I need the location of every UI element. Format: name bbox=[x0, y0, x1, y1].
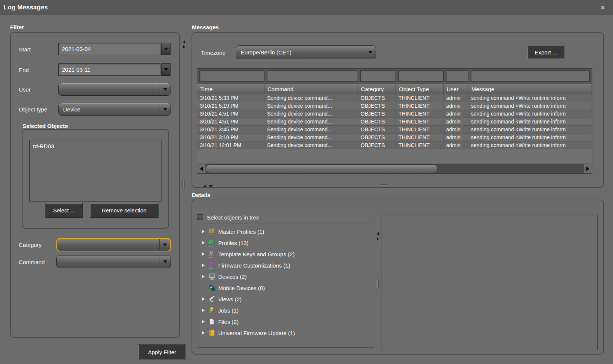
expand-arrow-icon[interactable] bbox=[202, 230, 208, 233]
table-row[interactable]: 3/10/21 3:18 PM Sending device command..… bbox=[197, 134, 592, 141]
messages-table: Time Command Category Object Type User M… bbox=[197, 68, 592, 174]
tree-item-files[interactable]: Files (2) bbox=[198, 316, 374, 327]
table-row[interactable]: 3/10/21 4:51 PM Sending device command..… bbox=[197, 118, 592, 126]
column-header-user[interactable]: User bbox=[444, 84, 468, 94]
arrow-left-icon bbox=[200, 167, 203, 171]
column-header-category[interactable]: Category bbox=[358, 84, 396, 94]
tree-item-universal-firmware-update[interactable]: Universal Firmware Update (1) bbox=[198, 327, 374, 338]
category-combobox[interactable] bbox=[56, 238, 171, 251]
splitter-collapse-left-icon[interactable] bbox=[183, 40, 185, 44]
end-date-dropdown-button[interactable] bbox=[161, 63, 171, 76]
close-icon[interactable]: × bbox=[597, 0, 608, 15]
column-header-message[interactable]: Message bbox=[468, 84, 592, 94]
expand-arrow-icon[interactable] bbox=[202, 320, 208, 323]
cell-user: admin bbox=[444, 94, 468, 102]
splitter-collapse-up-icon[interactable] bbox=[203, 185, 207, 187]
splitter-expand-down-icon[interactable] bbox=[209, 185, 213, 188]
table-row[interactable]: 3/10/21 5:33 PM Sending device command..… bbox=[197, 94, 592, 102]
tree-item-master-profiles[interactable]: Master Profiles (1) bbox=[198, 226, 374, 237]
cell-object-type: THINCLIENT bbox=[396, 102, 444, 110]
tree-item-profiles[interactable]: Profiles (13) bbox=[198, 237, 374, 248]
expand-arrow-icon[interactable] bbox=[202, 275, 208, 278]
user-label: User bbox=[19, 86, 31, 93]
selected-objects-list[interactable]: td-RD03 bbox=[29, 140, 162, 202]
cell-user: admin bbox=[444, 126, 468, 134]
splitter-expand-right-icon[interactable] bbox=[377, 237, 379, 241]
vertical-splitter-handle[interactable] bbox=[182, 179, 185, 189]
tree-item-views[interactable]: Views (2) bbox=[198, 293, 374, 305]
apply-filter-button[interactable]: Apply Filter bbox=[138, 345, 186, 359]
list-item[interactable]: td-RD03 bbox=[30, 140, 161, 152]
timezone-combobox[interactable]: Europe/Berlin (CET) bbox=[236, 45, 376, 59]
expand-arrow-icon[interactable] bbox=[202, 308, 208, 312]
scrollbar-track[interactable] bbox=[438, 164, 584, 173]
cell-object-type: THINCLIENT bbox=[396, 134, 444, 141]
cell-command: Sending device command... bbox=[264, 94, 358, 102]
scroll-right-button[interactable] bbox=[584, 164, 592, 173]
files-icon bbox=[208, 318, 218, 325]
user-filter-input[interactable] bbox=[446, 70, 468, 82]
tree-item-mobile-devices[interactable]: Mobile Devices (0) bbox=[198, 282, 374, 293]
time-filter-input[interactable] bbox=[199, 70, 264, 82]
master-profiles-icon bbox=[208, 228, 218, 235]
horizontal-splitter-handle[interactable] bbox=[379, 184, 388, 187]
cell-time: 3/10/21 4:51 PM bbox=[197, 110, 264, 118]
expand-arrow-icon[interactable] bbox=[202, 331, 208, 335]
select-objects-checkbox[interactable] bbox=[197, 214, 203, 220]
dialog-title: Log Messages bbox=[4, 0, 48, 15]
column-header-command[interactable]: Command bbox=[264, 84, 358, 94]
expand-arrow-icon[interactable] bbox=[202, 241, 208, 245]
table-row[interactable]: 3/10/21 12:01 PM Sending device command.… bbox=[197, 141, 592, 149]
cell-object-type: THINCLIENT bbox=[396, 126, 444, 134]
table-empty-area bbox=[197, 149, 592, 164]
chevron-down-icon bbox=[160, 256, 170, 268]
export-button[interactable]: Export ... bbox=[527, 45, 565, 59]
log-messages-dialog: { "window": { "title": "Log Messages", "… bbox=[0, 0, 613, 364]
cell-message: sending command <Write runtime inform bbox=[468, 134, 592, 141]
expand-arrow-icon[interactable] bbox=[202, 252, 208, 256]
chevron-down-icon bbox=[160, 104, 170, 115]
cell-time: 3/10/21 3:18 PM bbox=[197, 134, 264, 141]
cell-time: 3/10/21 4:51 PM bbox=[197, 118, 264, 126]
object-type-combobox[interactable]: Device bbox=[58, 103, 171, 116]
tree-item-label: Master Profiles (1) bbox=[218, 229, 264, 235]
title-bar[interactable]: Log Messages × bbox=[0, 0, 613, 15]
scrollbar-thumb[interactable] bbox=[205, 164, 438, 173]
messages-group-label: Messages bbox=[192, 24, 219, 30]
vertical-splitter-handle[interactable] bbox=[376, 278, 379, 289]
table-row[interactable]: 3/10/21 3:45 PM Sending device command..… bbox=[197, 126, 592, 134]
column-header-object-type[interactable]: Object Type bbox=[396, 84, 444, 94]
command-filter-input[interactable] bbox=[267, 70, 358, 82]
expand-arrow-icon[interactable] bbox=[202, 263, 208, 267]
chevron-down-icon bbox=[164, 48, 168, 50]
cell-object-type: THINCLIENT bbox=[396, 110, 444, 118]
end-date-field[interactable]: 2021-03-11 bbox=[58, 63, 160, 76]
tree-item-jobs[interactable]: Jobs (1) bbox=[198, 305, 374, 316]
column-header-time[interactable]: Time bbox=[197, 84, 264, 94]
table-row[interactable]: 3/10/21 5:19 PM Sending device command..… bbox=[197, 102, 592, 110]
tree-item-devices[interactable]: Devices (2) bbox=[198, 271, 374, 282]
command-combobox[interactable] bbox=[56, 255, 171, 268]
horizontal-scrollbar[interactable] bbox=[197, 164, 592, 173]
tree-item-firmware-customizations[interactable]: Firmware Customizations (1) bbox=[198, 260, 374, 271]
start-date-field[interactable]: 2021-03-04 bbox=[58, 43, 160, 55]
object-tree[interactable]: Master Profiles (1) Profiles (13) Templa… bbox=[198, 224, 374, 348]
start-date-dropdown-button[interactable] bbox=[161, 43, 171, 55]
table-row[interactable]: 3/10/21 4:51 PM Sending device command..… bbox=[197, 110, 592, 118]
expand-arrow-icon[interactable] bbox=[202, 297, 208, 301]
tree-item-template-keys[interactable]: Template Keys and Groups (2) bbox=[198, 248, 374, 260]
user-combobox[interactable] bbox=[58, 83, 171, 96]
category-filter-input[interactable] bbox=[360, 70, 396, 82]
object-type-filter-input[interactable] bbox=[398, 70, 444, 82]
remove-selection-button[interactable]: Remove selection bbox=[90, 203, 158, 217]
select-button[interactable]: Select ... bbox=[46, 203, 82, 217]
message-filter-input[interactable] bbox=[471, 70, 590, 82]
scroll-left-button[interactable] bbox=[197, 164, 205, 173]
splitter-expand-right-icon[interactable] bbox=[183, 45, 185, 49]
cell-category: OBJECTS bbox=[358, 141, 396, 149]
tree-item-label: Universal Firmware Update (1) bbox=[218, 330, 295, 336]
end-label: End bbox=[19, 67, 29, 73]
cell-user: admin bbox=[444, 134, 468, 141]
splitter-collapse-left-icon[interactable] bbox=[377, 232, 379, 236]
timezone-combobox-value: Europe/Berlin (CET) bbox=[241, 49, 291, 56]
